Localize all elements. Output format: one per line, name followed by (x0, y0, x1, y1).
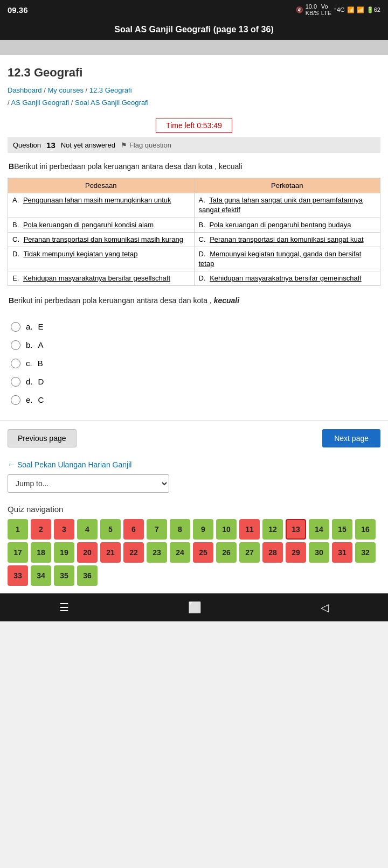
quiz-nav-cell[interactable]: 9 (193, 519, 213, 540)
option-c-letter: c. (26, 359, 32, 368)
quiz-nav-cell[interactable]: 19 (54, 542, 74, 563)
quiz-nav-cell[interactable]: 18 (31, 542, 51, 563)
quiz-nav-cell[interactable]: 7 (147, 519, 167, 540)
quiz-nav-cell[interactable]: 30 (309, 542, 329, 563)
option-a: a. E (10, 318, 378, 336)
table-row: D. Tidak mempunyi kegiatan yang tetap D.… (8, 247, 380, 271)
quiz-nav-cell[interactable]: 11 (239, 519, 260, 540)
prev-page-button[interactable]: Previous page (8, 429, 77, 447)
option-e-value: C (38, 395, 44, 404)
table-row: A. Penggunaan lahan masih memungkinkan u… (8, 193, 380, 218)
quiz-nav-cell[interactable]: 5 (100, 519, 121, 540)
table-header-pedesaan: Pedesaan (8, 178, 195, 193)
quiz-nav-cell[interactable]: 28 (262, 542, 283, 563)
table-row: B. Pola keruangan di pengaruhi kondisi a… (8, 218, 380, 232)
radio-b[interactable] (11, 340, 20, 350)
quiz-nav-cell[interactable]: 23 (147, 542, 167, 563)
mute-icon: 🔇 (296, 6, 303, 13)
option-e-letter: e. (26, 395, 33, 404)
quiz-nav-title: Quiz navigation (8, 505, 380, 514)
option-b-letter: b. (26, 340, 33, 349)
quiz-nav-cell[interactable]: 34 (31, 565, 51, 586)
option-d-value: D (38, 377, 44, 386)
question-status: Not yet answered (61, 141, 115, 149)
option-d-letter: d. (26, 377, 33, 386)
question-number: 13 (46, 141, 56, 150)
quiz-nav-cell[interactable]: 13 (286, 519, 306, 540)
page-title: 12.3 Geografi (8, 60, 380, 83)
jump-to-select[interactable]: Jump to... (8, 474, 169, 493)
option-a-value: E (38, 322, 44, 331)
quiz-nav-cell[interactable]: 10 (216, 519, 237, 540)
option-c: c. B (10, 354, 378, 373)
gray-strip (0, 40, 388, 55)
quiz-nav-cell[interactable]: 26 (216, 542, 237, 563)
quiz-nav-cell[interactable]: 14 (309, 519, 329, 540)
quiz-nav-cell[interactable]: 35 (54, 565, 74, 586)
breadcrumb-soal[interactable]: Soal AS Ganjil Geografi (75, 99, 149, 107)
bottom-bar: ☰ ⬜ ◁ (0, 593, 388, 621)
quiz-nav-cell[interactable]: 6 (123, 519, 144, 540)
battery-icon: 🔋62 (366, 6, 380, 13)
network-4g-icon: ⁺4G (334, 6, 345, 13)
quiz-nav-cell[interactable]: 20 (77, 542, 98, 563)
quiz-nav-cell[interactable]: 25 (193, 542, 213, 563)
quiz-nav-cell[interactable]: 15 (332, 519, 352, 540)
quiz-nav-cell[interactable]: 12 (262, 519, 283, 540)
next-page-button[interactable]: Next page (322, 429, 380, 447)
home-icon[interactable]: ⬜ (188, 601, 202, 614)
quiz-nav-cell[interactable]: 24 (170, 542, 190, 563)
option-b: b. A (10, 336, 378, 354)
radio-e[interactable] (11, 395, 20, 405)
radio-c[interactable] (11, 359, 20, 368)
data-speed: 10.0KB/S (306, 3, 319, 16)
question-repeat: Berikut ini perbedaan pola keruangan ant… (8, 291, 380, 312)
back-icon[interactable]: ◁ (321, 601, 329, 614)
breadcrumb-dashboard[interactable]: Dashboard (8, 86, 42, 94)
breadcrumb: Dashboard / My courses / 12.3 Geografi /… (8, 83, 380, 114)
quiz-nav-section: Quiz navigation 123456789101112131415161… (0, 500, 388, 593)
option-a-letter: a. (26, 322, 33, 331)
quiz-nav-cell[interactable]: 31 (332, 542, 352, 563)
breadcrumb-asganjil[interactable]: AS Ganjil Geografi (11, 99, 70, 107)
option-c-value: B (38, 359, 43, 368)
status-icons: 🔇 10.0KB/S VoLTE ⁺4G 📶 📶 🔋62 (296, 3, 380, 16)
breadcrumb-mycourses[interactable]: My courses (47, 86, 83, 94)
table-header-perkotaan: Perkotaan (194, 178, 380, 193)
signal-icon: 📶 (347, 6, 355, 13)
menu-icon[interactable]: ☰ (59, 601, 69, 614)
radio-a[interactable] (11, 322, 20, 332)
flag-button[interactable]: ⚑ Flag question (121, 141, 171, 149)
app-title: Soal AS Ganjil Geografi (page 13 of 36) (114, 25, 273, 34)
comparison-table: Pedesaan Perkotaan A. Penggunaan lahan m… (8, 178, 380, 286)
quiz-nav-cell[interactable]: 22 (123, 542, 144, 563)
quiz-nav-cell[interactable]: 21 (100, 542, 121, 563)
radio-d[interactable] (11, 377, 20, 387)
status-time: 09.36 (8, 5, 28, 15)
volte-icon: VoLTE (321, 3, 331, 16)
quiz-nav-cell[interactable]: 16 (355, 519, 376, 540)
flag-icon: ⚑ (121, 141, 127, 149)
quiz-nav-cell[interactable]: 8 (170, 519, 190, 540)
app-title-bar: Soal AS Ganjil Geografi (page 13 of 36) (0, 19, 388, 40)
quiz-nav-cell[interactable]: 2 (31, 519, 51, 540)
flag-label: Flag question (129, 141, 171, 149)
quiz-nav-cell[interactable]: 36 (77, 565, 98, 586)
quiz-nav-cell[interactable]: 4 (77, 519, 98, 540)
signal2-icon: 📶 (357, 6, 364, 13)
option-e: e. C (10, 391, 378, 409)
quiz-nav-cell[interactable]: 29 (286, 542, 306, 563)
back-link[interactable]: ← Soal Pekan Ulangan Harian Ganjil (8, 460, 131, 469)
quiz-nav-cell[interactable]: 32 (355, 542, 376, 563)
question-text: BBerikut ini perbedaan pola keruangan an… (8, 157, 380, 178)
quiz-nav-cell[interactable]: 1 (8, 519, 28, 540)
option-b-value: A (38, 340, 44, 349)
breadcrumb-geografi[interactable]: 12.3 Geografi (89, 86, 132, 94)
quiz-nav-cell[interactable]: 33 (8, 565, 28, 586)
table-row: C. Peranan transportasi dan komunikasi m… (8, 232, 380, 247)
quiz-nav-cell[interactable]: 17 (8, 542, 28, 563)
quiz-nav-grid: 1234567891011121314151617181920212223242… (8, 519, 380, 586)
quiz-nav-cell[interactable]: 27 (239, 542, 260, 563)
question-label: Question (13, 141, 41, 149)
quiz-nav-cell[interactable]: 3 (54, 519, 74, 540)
